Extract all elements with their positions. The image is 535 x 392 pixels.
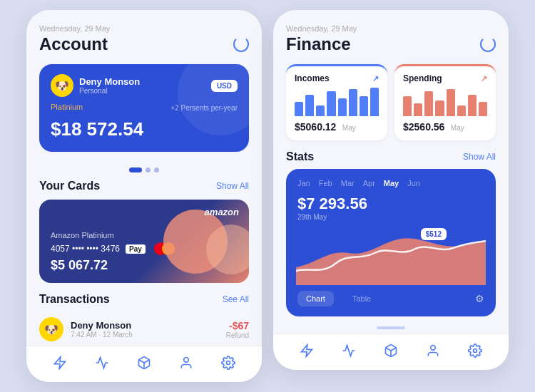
card-user-text: Deny Monson Personal (79, 76, 140, 95)
finance-nav-activity-icon[interactable] (341, 343, 357, 359)
svg-point-6 (430, 346, 435, 351)
income-bar-0 (295, 102, 303, 116)
dot-2[interactable] (146, 167, 151, 172)
month-feb[interactable]: Feb (319, 179, 332, 187)
finance-nav-gear-icon[interactable] (467, 343, 483, 359)
stats-footer: Chart Table ⚙ (297, 291, 484, 306)
spending-amount: $2560.56 (403, 121, 444, 133)
stats-show-all[interactable]: Show All (463, 152, 496, 162)
nav-activity-icon[interactable] (94, 355, 110, 371)
account-card: 🐶 Deny Monson Personal USD Platinium +2 … (39, 64, 249, 152)
stats-amount: $7 293.56 (297, 195, 484, 213)
spending-month: May (451, 124, 464, 132)
month-mar[interactable]: Mar (341, 179, 355, 187)
finance-date: Wednesday, 29 May (286, 24, 496, 33)
transaction-avatar: 🐶 (39, 317, 63, 341)
account-title: Account (39, 34, 108, 54)
spending-bar-0 (403, 96, 412, 116)
nav-gear-icon[interactable] (220, 355, 236, 371)
spending-bar-2 (424, 91, 433, 116)
spending-bar-3 (435, 100, 444, 116)
svg-point-7 (473, 349, 477, 353)
applepay-badge: Pay (126, 244, 146, 254)
income-bar-4 (338, 98, 347, 116)
stats-section-header: Stats Show All (286, 150, 496, 163)
incomes-trend-icon: ↗ (372, 74, 379, 83)
card-percent: +2 Persents per-year (170, 104, 238, 112)
transactions-see-all[interactable]: See All (223, 294, 249, 304)
spending-trend-icon: ↗ (481, 74, 487, 83)
spending-card: Spending ↗ $2560.56 May (394, 64, 496, 140)
month-may[interactable]: May (384, 179, 399, 187)
stats-gear-icon[interactable]: ⚙ (475, 293, 484, 304)
spending-amount-row: $2560.56 May (403, 120, 487, 133)
dot-3[interactable] (154, 167, 159, 172)
finance-nav-flash-icon[interactable] (299, 343, 315, 359)
avatar: 🐶 (51, 74, 73, 97)
chart-button[interactable]: Chart (297, 291, 334, 306)
finance-refresh-icon[interactable] (480, 36, 496, 52)
stats-date: 29th May (297, 213, 484, 221)
incomes-card: Incomes ↗ $5060.12 May (286, 64, 387, 140)
finance-title: Finance (286, 34, 351, 54)
spending-bar-1 (414, 103, 422, 116)
incomes-amount-row: $5060.12 May (295, 120, 379, 133)
finance-header: Finance (286, 34, 496, 54)
nav-flash-icon[interactable] (52, 355, 68, 371)
stats-tooltip: $512 (421, 228, 447, 240)
currency-badge: USD (211, 80, 238, 92)
income-bar-7 (370, 88, 379, 116)
incomes-amount: $5060.12 (295, 121, 336, 133)
card-user-row: 🐶 Deny Monson Personal USD (51, 74, 238, 97)
month-jan[interactable]: Jan (297, 179, 310, 187)
transactions-section-header: Transactions See All (39, 293, 249, 306)
svg-marker-0 (55, 357, 66, 369)
finance-grid: Incomes ↗ $5060.12 May Spending ↗ $2560.… (286, 64, 496, 140)
transaction-time: 7:42 AM · 12 March (71, 331, 219, 339)
incomes-title: Incomes ↗ (295, 73, 379, 83)
stats-months: Jan Feb Mar Apr May Jun (297, 179, 484, 187)
spending-bar-7 (479, 102, 487, 116)
spending-bar-6 (468, 95, 477, 116)
table-button[interactable]: Table (344, 291, 379, 306)
stats-title: Stats (286, 150, 314, 163)
incomes-month: May (342, 124, 356, 132)
card-level: Platinium (51, 103, 83, 111)
income-bar-1 (305, 95, 314, 116)
income-bar-2 (316, 105, 325, 116)
finance-nav-cube-icon[interactable] (383, 343, 399, 359)
dot-1[interactable] (129, 167, 142, 172)
card-pagination (39, 167, 249, 172)
cards-title: Your Cards (39, 180, 100, 192)
month-apr[interactable]: Apr (363, 179, 375, 187)
right-bottom-nav (273, 334, 509, 370)
spending-bar-chart (403, 88, 487, 116)
nav-user-icon[interactable] (178, 355, 194, 371)
nav-cube-icon[interactable] (136, 355, 152, 371)
card-level-row: Platinium +2 Persents per-year (51, 103, 238, 113)
svg-point-3 (226, 361, 230, 365)
refresh-icon[interactable] (233, 36, 249, 52)
svg-point-2 (183, 358, 188, 363)
finance-nav-user-icon[interactable] (425, 343, 441, 359)
transaction-amount: -$67 (226, 320, 249, 331)
left-bottom-nav (26, 346, 262, 382)
income-bar-5 (349, 89, 357, 116)
month-jun[interactable]: Jun (407, 179, 420, 187)
spending-title: Spending ↗ (403, 73, 487, 83)
account-phone: Wednesday, 29 May Account 🐶 Deny Monson … (26, 10, 262, 382)
transaction-amount-col: -$67 Refund (226, 320, 249, 339)
transaction-type: Refund (226, 331, 249, 339)
income-bar-3 (327, 91, 335, 116)
finance-phone: Wednesday, 29 May Finance Incomes ↗ $506… (273, 10, 509, 370)
spending-bar-5 (457, 105, 466, 116)
svg-marker-4 (302, 345, 312, 357)
card-user-name: Deny Monson (79, 76, 140, 87)
spending-bar-4 (447, 89, 455, 116)
cards-show-all[interactable]: Show All (216, 181, 249, 191)
transactions-title: Transactions (39, 293, 110, 306)
wave-svg (296, 228, 486, 285)
transaction-item: 🐶 Deny Monson 7:42 AM · 12 March -$67 Re… (39, 313, 249, 346)
nav-active-indicator (377, 326, 405, 329)
wave-chart: $512 (296, 228, 486, 285)
